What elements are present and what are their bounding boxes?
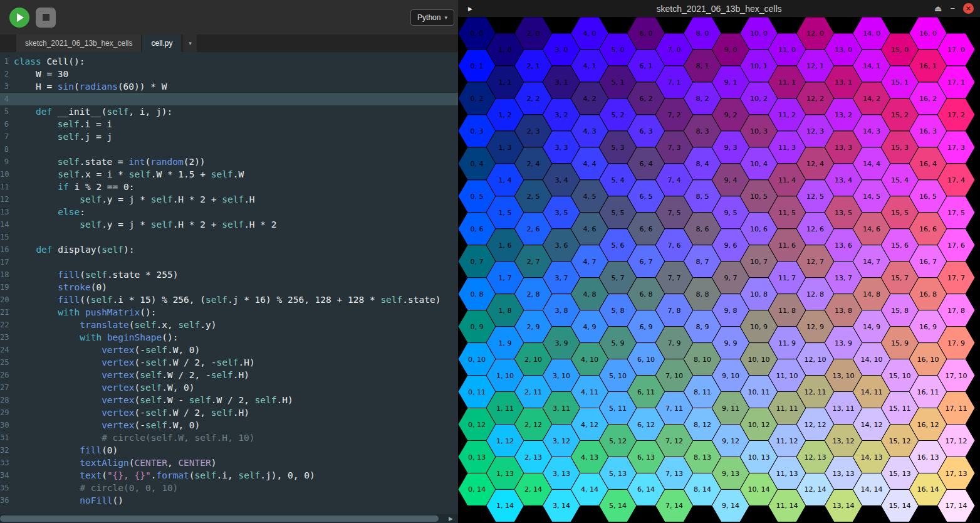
code-line[interactable]: 26 vertex(self.W / 2, -self.H) — [0, 369, 458, 381]
hex-cell-label: 17, 14 — [946, 502, 967, 510]
code-line[interactable]: 17 — [0, 256, 458, 268]
minimize-icon[interactable]: − — [950, 4, 955, 13]
hex-cell-label: 2, 14 — [524, 485, 542, 494]
stop-button[interactable] — [36, 8, 56, 28]
hex-cell-label: 3, 9 — [555, 339, 568, 347]
code-line[interactable]: 2 W = 30 — [0, 68, 458, 80]
stop-icon — [43, 14, 50, 21]
hex-cell-label: 12, 8 — [806, 290, 824, 298]
horizontal-scrollbar[interactable]: ▶ — [0, 514, 458, 523]
code-line[interactable]: 14 self.y = j * self.H * 2 + self.H * 2 — [0, 218, 458, 231]
chevron-down-icon: ▾ — [444, 14, 447, 21]
code-line[interactable]: 19 stroke(0) — [0, 281, 458, 293]
code-line[interactable]: 13 else: — [0, 206, 458, 218]
code-line[interactable]: 32 fill(0) — [0, 444, 458, 457]
code-line[interactable]: 1class Cell(): — [0, 55, 458, 68]
line-number: 27 — [0, 381, 14, 394]
hex-cell-label: 10, 13 — [748, 453, 770, 462]
hex-cell-label: 13, 1 — [835, 78, 852, 87]
code-line[interactable]: 21 with pushMatrix(): — [0, 306, 458, 319]
code-line[interactable]: 25 vertex(-self.W / 2, -self.H) — [0, 356, 458, 369]
code-line[interactable]: 4 — [0, 93, 458, 105]
code-line[interactable]: 6 self.i = i — [0, 118, 458, 130]
run-button[interactable] — [9, 8, 29, 28]
hex-cell-label: 17, 11 — [946, 404, 967, 413]
code-line-text: text("{}, {}".format(self.i, self.j), 0,… — [14, 469, 315, 482]
hex-cell-label: 12, 10 — [805, 356, 826, 364]
hex-cell-label: 15, 3 — [891, 144, 909, 152]
line-number: 14 — [0, 218, 14, 231]
hex-cell-label: 11, 7 — [778, 274, 796, 282]
code-line[interactable]: 8 — [0, 143, 458, 156]
hex-cell-label: 7, 9 — [668, 339, 681, 347]
hex-cell-label: 17, 2 — [947, 111, 965, 119]
hex-cell-label: 5, 13 — [609, 470, 627, 478]
code-line-text: vertex(-self.W, 0) — [14, 419, 200, 431]
hex-cell-label: 10, 8 — [750, 290, 768, 298]
hex-cell-label: 4, 14 — [581, 485, 598, 494]
scrollbar-thumb[interactable] — [0, 515, 439, 522]
code-line[interactable]: 5 def __init__(self, i, j): — [0, 105, 458, 118]
hex-cell-label: 8, 7 — [696, 258, 709, 266]
code-line-text: vertex(-self.W, 0) — [14, 344, 200, 356]
hex-cell-label: 0, 8 — [471, 290, 484, 298]
hex-cell-label: 14, 9 — [863, 323, 880, 331]
code-line[interactable]: 10 self.x = i * self.W * 1.5 + self.W — [0, 168, 458, 181]
line-number: 15 — [0, 231, 14, 243]
code-line[interactable]: 33 textAlign(CENTER, CENTER) — [0, 457, 458, 469]
code-editor[interactable]: 1class Cell():2 W = 303 H = sin(radians(… — [0, 52, 458, 514]
code-line[interactable]: 20 fill((self.i * 15) % 256, (self.j * 1… — [0, 293, 458, 306]
hex-cell-label: 14, 4 — [863, 160, 880, 168]
code-line[interactable]: 30 vertex(-self.W, 0) — [0, 419, 458, 431]
hex-cell-label: 12, 14 — [805, 485, 826, 494]
code-line[interactable]: 28 vertex(self.W - self.W / 2, self.H) — [0, 394, 458, 406]
code-line[interactable]: 3 H = sin(radians(60)) * W — [0, 80, 458, 93]
code-line[interactable]: 24 vertex(-self.W, 0) — [0, 344, 458, 356]
hex-cell-label: 2, 11 — [524, 388, 542, 396]
hex-cell-label: 4, 4 — [583, 160, 597, 168]
sketch-titlebar[interactable]: ▶ sketch_2021_06_13b_hex_cells ⏏ − ✕ — [458, 0, 980, 17]
hex-cell-label: 16, 11 — [917, 388, 939, 396]
code-line[interactable]: 12 self.y = j * self.H * 2 + self.H — [0, 193, 458, 206]
hex-cell-label: 7, 13 — [665, 470, 683, 478]
hex-cell-label: 7, 14 — [665, 502, 683, 510]
scrollbar-arrow-icon[interactable]: ▶ — [449, 515, 453, 522]
tab-cell-py[interactable]: cell.py — [142, 34, 181, 52]
eject-icon[interactable]: ⏏ — [934, 4, 942, 13]
hex-cell-label: 10, 3 — [750, 127, 768, 135]
hex-cell-label: 9, 2 — [724, 111, 738, 119]
code-line[interactable]: 11 if i % 2 == 0: — [0, 181, 458, 193]
hex-cell-label: 15, 6 — [891, 241, 909, 250]
code-line[interactable]: 35 # circle(0, 0, 10) — [0, 482, 458, 494]
hex-cell-label: 7, 0 — [668, 46, 681, 54]
hex-cell-label: 3, 2 — [555, 111, 568, 119]
code-line[interactable]: 27 vertex(self.W, 0) — [0, 381, 458, 394]
hex-cell-label: 1, 5 — [499, 209, 512, 217]
code-line[interactable]: 18 fill(self.state * 255) — [0, 268, 458, 281]
hex-cell-label: 1, 6 — [499, 241, 512, 250]
tab-sketch[interactable]: sketch_2021_06_13b_hex_cells — [16, 34, 141, 52]
code-line[interactable]: 23 with beginShape(): — [0, 331, 458, 344]
code-line[interactable]: 22 translate(self.x, self.y) — [0, 319, 458, 331]
hex-cell-label: 4, 6 — [583, 225, 597, 233]
hex-cell-label: 15, 10 — [889, 372, 911, 380]
hex-cell-label: 11, 13 — [776, 470, 798, 478]
hex-cell-label: 4, 13 — [581, 453, 598, 462]
code-line[interactable]: 29 vertex(-self.W / 2, self.H) — [0, 406, 458, 419]
hex-cell-label: 14, 2 — [863, 95, 880, 103]
code-line[interactable]: 9 self.state = int(random(2)) — [0, 156, 458, 168]
tab-menu-button[interactable]: ▾ — [183, 34, 197, 52]
code-line-text: self.j = j — [14, 130, 112, 143]
line-number: 36 — [0, 494, 14, 507]
code-line[interactable]: 16 def display(self): — [0, 243, 458, 256]
code-line[interactable]: 31 # circle(self.W, self.H, 10) — [0, 431, 458, 444]
code-line[interactable]: 34 text("{}, {}".format(self.i, self.j),… — [0, 469, 458, 482]
close-icon[interactable]: ✕ — [963, 3, 974, 14]
window-controls: ⏏ − ✕ — [934, 0, 974, 17]
code-line[interactable]: 7 self.j = j — [0, 130, 458, 143]
mode-selector[interactable]: Python ▾ — [410, 9, 454, 26]
code-line[interactable]: 15 — [0, 231, 458, 243]
hex-cell-label: 14, 1 — [863, 62, 880, 70]
hex-cell-label: 11, 1 — [778, 78, 796, 87]
code-line[interactable]: 36 noFill() — [0, 494, 458, 507]
